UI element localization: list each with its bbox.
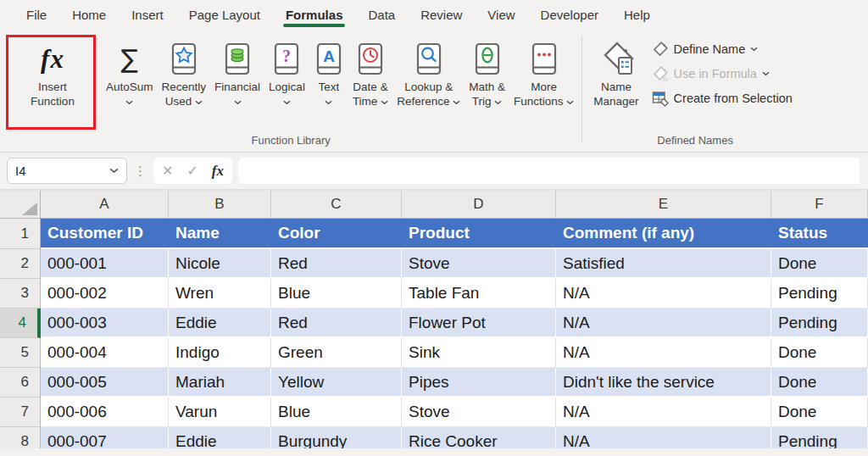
row-header-6[interactable]: 6 (0, 368, 41, 398)
cell-D7[interactable]: Stove (402, 398, 556, 427)
tab-data[interactable]: Data (357, 3, 406, 26)
formula-input[interactable] (238, 158, 860, 184)
row-header-8[interactable]: 8 (0, 427, 41, 448)
function-library-group: fx Insert Function ∑ AutoSum Recently Us… (0, 29, 581, 152)
table-header-cell-F1[interactable]: Status (771, 219, 868, 249)
row-header-5[interactable]: 5 (0, 338, 41, 368)
cell-B4[interactable]: Eddie (169, 309, 271, 338)
tab-review[interactable]: Review (409, 3, 473, 26)
cell-B7[interactable]: Varun (169, 398, 271, 427)
cell-A2[interactable]: 000-001 (41, 249, 169, 279)
column-header-F[interactable]: F (771, 191, 868, 219)
cell-D2[interactable]: Stove (402, 249, 556, 279)
cell-B6[interactable]: Mariah (169, 368, 271, 398)
chevron-down-icon[interactable] (109, 168, 119, 174)
cell-D8[interactable]: Rice Cooker (402, 427, 556, 448)
cell-B3[interactable]: Wren (169, 279, 271, 309)
row-header-7[interactable]: 7 (0, 398, 41, 427)
row-header-2[interactable]: 2 (0, 249, 41, 279)
insert-function-fx-icon[interactable]: fx (212, 163, 224, 180)
insert-function-button[interactable]: fx Insert Function (5, 36, 100, 112)
column-header-D[interactable]: D (402, 191, 556, 219)
cell-A7[interactable]: 000-006 (41, 398, 169, 427)
tab-file[interactable]: File (15, 3, 58, 26)
cell-B5[interactable]: Indigo (169, 338, 271, 368)
select-all-button[interactable] (0, 191, 41, 219)
table-header-cell-A1[interactable]: Customer ID (41, 219, 169, 249)
formula-bar-splitter[interactable]: ⋮ (133, 164, 147, 179)
cell-E3[interactable]: N/A (556, 279, 771, 309)
cell-C4[interactable]: Red (271, 309, 402, 338)
grid-tag-icon (652, 90, 669, 107)
tab-insert[interactable]: Insert (120, 3, 175, 26)
cell-C8[interactable]: Burgundy (271, 427, 402, 448)
row-header-4[interactable]: 4 (0, 309, 41, 338)
tab-view[interactable]: View (476, 3, 526, 26)
cell-B8[interactable]: Eddie (169, 427, 271, 448)
column-header-E[interactable]: E (556, 191, 771, 219)
define-name-button[interactable]: Define Name (652, 41, 793, 58)
cell-F8[interactable]: Pending (771, 427, 868, 448)
cell-A6[interactable]: 000-005 (41, 368, 169, 398)
cell-E2[interactable]: Satisfied (556, 249, 771, 279)
text-button[interactable]: A Text (309, 36, 348, 112)
column-header-B[interactable]: B (169, 191, 271, 219)
cell-D5[interactable]: Sink (402, 338, 556, 368)
cell-C7[interactable]: Blue (271, 398, 402, 427)
cell-B2[interactable]: Nicole (169, 249, 271, 279)
cell-F7[interactable]: Done (771, 398, 868, 427)
date-time-button[interactable]: Date & Time (348, 36, 392, 112)
name-manager-button[interactable]: Name Manager (589, 36, 643, 152)
cell-A3[interactable]: 000-002 (41, 279, 169, 309)
table-header-cell-E1[interactable]: Comment (if any) (556, 219, 771, 249)
use-in-formula-button[interactable]: fx Use in Formula (652, 65, 793, 82)
cell-D6[interactable]: Pipes (402, 368, 556, 398)
cell-F3[interactable]: Pending (771, 279, 868, 309)
row-header-1[interactable]: 1 (0, 219, 41, 249)
cell-D3[interactable]: Table Fan (402, 279, 556, 309)
tab-formulas[interactable]: Formulas (275, 3, 354, 26)
table-header-cell-D1[interactable]: Product (402, 219, 556, 249)
tab-page-layout[interactable]: Page Layout (178, 3, 271, 26)
cell-D4[interactable]: Flower Pot (402, 309, 556, 338)
row-header-3[interactable]: 3 (0, 279, 41, 309)
autosum-button[interactable]: ∑ AutoSum (102, 36, 158, 112)
tab-help[interactable]: Help (613, 3, 661, 26)
column-header-C[interactable]: C (271, 191, 402, 219)
lookup-reference-button[interactable]: Lookup & Reference (392, 36, 465, 112)
cell-A4[interactable]: 000-003 (41, 309, 169, 338)
cell-A8[interactable]: 000-007 (41, 427, 169, 448)
cell-C5[interactable]: Green (271, 338, 402, 368)
tab-developer[interactable]: Developer (530, 3, 609, 26)
cell-E7[interactable]: N/A (556, 398, 771, 427)
cell-F6[interactable]: Done (771, 368, 868, 398)
cell-F2[interactable]: Done (771, 249, 868, 279)
spreadsheet: ABCDEF1Customer IDNameColorProductCommen… (0, 190, 868, 448)
cell-E8[interactable]: N/A (556, 427, 771, 448)
create-from-selection-button[interactable]: Create from Selection (652, 90, 793, 107)
cell-C2[interactable]: Red (271, 249, 402, 279)
cell-F4[interactable]: Pending (771, 309, 868, 338)
logical-button[interactable]: ? Logical (264, 36, 309, 112)
cell-E5[interactable]: N/A (556, 338, 771, 368)
book-search-icon (414, 39, 444, 80)
math-trig-button[interactable]: Math & Trig (465, 36, 509, 112)
name-box-value: I4 (15, 164, 109, 178)
cell-C6[interactable]: Yellow (271, 368, 402, 398)
enter-icon[interactable]: ✓ (186, 163, 198, 179)
cell-E4[interactable]: N/A (556, 309, 771, 338)
cell-C3[interactable]: Blue (271, 279, 402, 309)
recently-used-button[interactable]: Recently Used (158, 36, 211, 112)
table-header-cell-B1[interactable]: Name (169, 219, 271, 249)
cell-F5[interactable]: Done (771, 338, 868, 368)
table-header-cell-C1[interactable]: Color (271, 219, 402, 249)
column-header-A[interactable]: A (41, 191, 169, 219)
cell-E6[interactable]: Didn't like the service (556, 368, 771, 398)
cancel-icon[interactable]: ✕ (162, 163, 173, 179)
financial-button[interactable]: Financial (210, 36, 264, 112)
tab-home[interactable]: Home (61, 3, 117, 26)
name-box[interactable]: I4 (7, 158, 127, 184)
more-functions-button[interactable]: More Functions (509, 36, 578, 112)
function-library-group-label: Function Library (0, 134, 581, 147)
cell-A5[interactable]: 000-004 (41, 338, 169, 368)
